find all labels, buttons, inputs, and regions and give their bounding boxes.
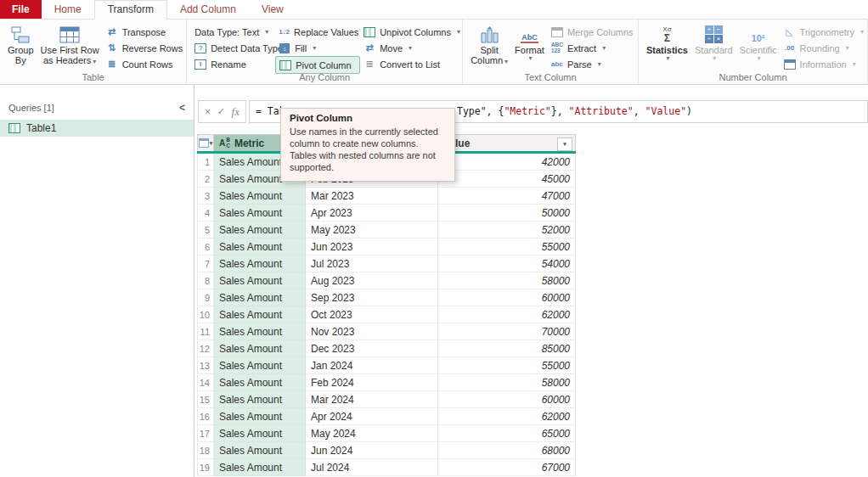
filter-dropdown-icon[interactable]: ▾ [557, 137, 572, 151]
scientific-button[interactable]: 10² Scientific ▾ [736, 23, 781, 72]
formula-cancel-icon[interactable]: × [205, 106, 211, 118]
query-item-table1[interactable]: Table1 [0, 120, 194, 137]
value-cell[interactable]: 68000 [438, 442, 576, 459]
tab-add-column[interactable]: Add Column [167, 0, 249, 19]
format-button[interactable]: AbC Format ▾ [511, 23, 548, 72]
information-button[interactable]: Information ▾ [781, 56, 867, 72]
count-rows-button[interactable]: ≣ Count Rows [103, 56, 187, 72]
value-cell[interactable]: 42000 [438, 154, 576, 171]
table-corner-button[interactable]: ▾ [197, 134, 214, 151]
value-cell[interactable]: 85000 [438, 340, 576, 357]
attribute-cell[interactable]: Aug 2023 [306, 272, 438, 289]
metric-cell[interactable]: Sales Amount [214, 289, 306, 306]
value-cell[interactable]: 67000 [438, 459, 576, 476]
value-cell[interactable]: 60000 [438, 391, 576, 408]
use-first-row-as-headers-button[interactable]: Use First Row as Headers▾ [37, 23, 103, 72]
value-cell[interactable]: 55000 [438, 238, 576, 255]
attribute-cell[interactable]: Dec 2023 [306, 340, 438, 357]
attribute-cell[interactable]: Oct 2023 [306, 306, 438, 323]
row-number[interactable]: 14 [197, 374, 214, 391]
row-number[interactable]: 6 [197, 238, 214, 255]
metric-cell[interactable]: Sales Amount [214, 408, 306, 425]
attribute-cell[interactable]: Jul 2023 [306, 255, 438, 272]
value-cell[interactable]: 65000 [438, 425, 576, 442]
row-number[interactable]: 17 [197, 425, 214, 442]
metric-cell[interactable]: Sales Amount [214, 238, 306, 255]
attribute-cell[interactable]: Jun 2023 [306, 238, 438, 255]
row-number[interactable]: 8 [197, 272, 214, 289]
value-cell[interactable]: 50000 [438, 205, 576, 222]
metric-cell[interactable]: Sales Amount [214, 188, 306, 205]
attribute-cell[interactable]: Jan 2024 [306, 357, 438, 374]
value-cell[interactable]: 47000 [438, 188, 576, 205]
row-number[interactable]: 7 [197, 255, 214, 272]
row-number[interactable]: 15 [197, 391, 214, 408]
row-number[interactable]: 13 [197, 357, 214, 374]
metric-cell[interactable]: Sales Amount [214, 357, 306, 374]
row-number[interactable]: 5 [197, 222, 214, 238]
row-number[interactable]: 18 [197, 442, 214, 459]
trigonometry-button[interactable]: ◺ Trigonometry ▾ [781, 24, 867, 40]
metric-cell[interactable]: Sales Amount [214, 272, 306, 289]
attribute-cell[interactable]: Sep 2023 [306, 289, 438, 306]
attribute-cell[interactable]: Jul 2024 [306, 459, 438, 476]
value-cell[interactable]: 70000 [438, 323, 576, 340]
metric-cell[interactable]: Sales Amount [214, 459, 306, 476]
attribute-cell[interactable]: Jun 2024 [306, 442, 438, 459]
metric-cell[interactable]: Sales Amount [214, 222, 306, 238]
attribute-cell[interactable]: Apr 2024 [306, 408, 438, 425]
row-number[interactable]: 16 [197, 408, 214, 425]
metric-cell[interactable]: Sales Amount [214, 340, 306, 357]
row-number[interactable]: 19 [197, 459, 214, 476]
value-cell[interactable]: 62000 [438, 408, 576, 425]
value-cell[interactable]: 54000 [438, 255, 576, 272]
detect-data-type-button[interactable]: ? Detect Data Type [191, 40, 275, 56]
pivot-column-button[interactable]: Pivot Column [275, 56, 360, 74]
value-cell[interactable]: 45000 [438, 171, 576, 188]
metric-cell[interactable]: Sales Amount [214, 255, 306, 272]
row-number[interactable]: 4 [197, 205, 214, 222]
extract-button[interactable]: ABC123 Extract ▾ [548, 40, 637, 56]
standard-button[interactable]: +−÷× Standard ▾ [691, 23, 736, 72]
tab-transform[interactable]: Transform [94, 0, 167, 20]
replace-values-button[interactable]: 1↓2 Replace Values ▾ [275, 24, 360, 40]
parse-button[interactable]: abc Parse ▾ [548, 56, 637, 72]
attribute-cell[interactable]: Mar 2024 [306, 391, 438, 408]
metric-cell[interactable]: Sales Amount [214, 323, 306, 340]
collapse-pane-icon[interactable]: < [179, 102, 185, 114]
metric-cell[interactable]: Sales Amount [214, 425, 306, 442]
value-cell[interactable]: 60000 [438, 289, 576, 306]
attribute-cell[interactable]: May 2024 [306, 425, 438, 442]
transpose-button[interactable]: ⇄ Transpose [103, 24, 187, 40]
metric-cell[interactable]: Sales Amount [214, 374, 306, 391]
rounding-button[interactable]: .00 Rounding ▾ [781, 40, 867, 56]
data-type-button[interactable]: Data Type: Text ▾ [191, 24, 275, 40]
tab-view[interactable]: View [249, 0, 296, 19]
attribute-cell[interactable]: May 2023 [306, 222, 438, 238]
row-number[interactable]: 12 [197, 340, 214, 357]
row-number[interactable]: 10 [197, 306, 214, 323]
metric-cell[interactable]: Sales Amount [214, 391, 306, 408]
attribute-cell[interactable]: Apr 2023 [306, 205, 438, 222]
column-header-value[interactable]: Value ▾ [438, 134, 576, 151]
formula-confirm-icon[interactable]: ✓ [217, 106, 225, 117]
split-column-button[interactable]: Split Column▾ [467, 23, 511, 72]
metric-cell[interactable]: Sales Amount [214, 306, 306, 323]
row-number[interactable]: 3 [197, 188, 214, 205]
row-number[interactable]: 1 [197, 154, 214, 171]
attribute-cell[interactable]: Mar 2023 [306, 188, 438, 205]
value-cell[interactable]: 55000 [438, 357, 576, 374]
tab-file[interactable]: File [0, 0, 42, 19]
value-cell[interactable]: 58000 [438, 374, 576, 391]
value-cell[interactable]: 52000 [438, 222, 576, 238]
row-number[interactable]: 11 [197, 323, 214, 340]
fill-button[interactable]: ↓ Fill ▾ [275, 40, 360, 56]
statistics-button[interactable]: XσΣ Statistics ▾ [643, 23, 691, 72]
move-button[interactable]: ⇄ Move ▾ [360, 40, 464, 56]
value-cell[interactable]: 62000 [438, 306, 576, 323]
tab-home[interactable]: Home [42, 0, 94, 19]
attribute-cell[interactable]: Nov 2023 [306, 323, 438, 340]
attribute-cell[interactable]: Feb 2024 [306, 374, 438, 391]
metric-cell[interactable]: Sales Amount [214, 205, 306, 222]
rename-button[interactable]: I Rename [191, 56, 275, 72]
